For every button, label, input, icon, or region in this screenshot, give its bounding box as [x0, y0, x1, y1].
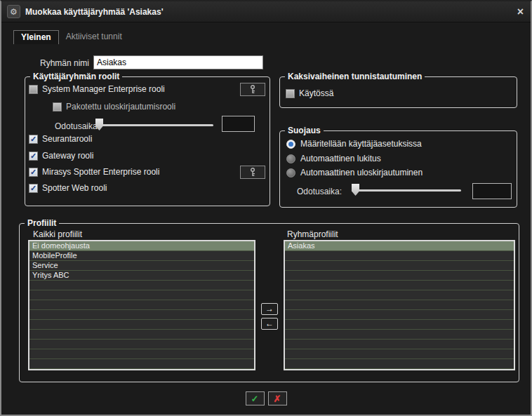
profiles-groupbox: Profiilit Kaikki profiilit Ryhmäprofiili…: [19, 223, 519, 382]
list-item-empty: [29, 349, 254, 359]
list-item-empty: [29, 310, 254, 320]
protection-timeout-label: Odotusaika:: [297, 187, 342, 196]
close-icon[interactable]: ×: [517, 1, 524, 22]
titlebar[interactable]: ⚙ Muokkaa käyttäjäryhmää 'Asiakas' ×: [1, 1, 531, 22]
spotter-password-button[interactable]: [240, 166, 265, 179]
tab-bar: Yleinen Aktiiviset tunnit: [13, 30, 129, 44]
list-item[interactable]: Ei domeohjausta: [29, 241, 254, 251]
slider-track[interactable]: [352, 189, 461, 192]
roles-timeout-slider[interactable]: [95, 119, 213, 131]
group-name-label: Ryhmän nimi: [36, 58, 89, 68]
checkbox-row-spotter-web: ✓ Spotter Web rooli: [29, 183, 107, 193]
group-name-input[interactable]: [93, 55, 263, 69]
checkbox-row-monitoring: ✓ Seurantarooli: [29, 134, 92, 144]
x-icon: ✗: [274, 394, 281, 404]
system-manager-label: System Manager Enterprise rooli: [42, 84, 165, 94]
checkbox-row-forced-logout: Pakotettu uloskirjautumisrooli: [53, 102, 175, 112]
gear-icon: ⚙: [7, 5, 20, 18]
spotter-checkbox[interactable]: ✓: [29, 168, 38, 177]
list-item-empty: [285, 251, 514, 261]
footer-buttons: ✓ ✗: [1, 391, 531, 405]
slider-track[interactable]: [95, 124, 213, 126]
user-settings-radio[interactable]: [286, 140, 295, 149]
forced-logout-checkbox[interactable]: [53, 102, 62, 112]
list-item-empty: [29, 290, 254, 300]
all-profiles-label: Kaikki profiilit: [33, 229, 82, 239]
group-profiles-label: Ryhmäprofiilit: [287, 229, 338, 239]
spotter-web-checkbox[interactable]: ✓: [29, 184, 38, 193]
two-factor-enabled-label: Käytössä: [299, 88, 333, 98]
spotter-label: Mirasys Spotter Enterprise rooli: [42, 167, 159, 177]
key-icon: [249, 85, 256, 94]
list-item-empty: [29, 300, 254, 310]
cancel-button[interactable]: ✗: [268, 391, 287, 405]
roles-timeout-label: Odotusaika:: [39, 121, 100, 131]
list-item-empty: [285, 340, 514, 349]
two-factor-groupbox: Kaksivaiheinen tunnistautuminen Käytössä: [279, 76, 517, 108]
system-manager-password-button[interactable]: [240, 83, 265, 96]
ok-button[interactable]: ✓: [246, 391, 265, 405]
list-item-empty: [285, 359, 514, 369]
two-factor-enabled-checkbox[interactable]: [286, 89, 295, 98]
checkbox-row-gateway: ✓ Gateway rooli: [29, 151, 93, 161]
list-item-empty: [285, 290, 514, 300]
edit-user-group-dialog: ⚙ Muokkaa käyttäjäryhmää 'Asiakas' × Yle…: [0, 0, 532, 416]
list-item[interactable]: Service: [29, 261, 254, 271]
list-item-empty: [285, 281, 514, 290]
protection-groupbox: Suojaus Määritellään käyttäjäasetuksissa…: [279, 130, 517, 208]
roles-timeout-input[interactable]: [222, 116, 255, 132]
auto-logout-label: Automaattinen uloskirjautuminen: [300, 168, 423, 177]
move-left-button[interactable]: ←: [261, 318, 278, 330]
slider-thumb[interactable]: [352, 184, 359, 196]
list-item-empty: [29, 340, 254, 349]
tab-yleinen[interactable]: Yleinen: [13, 30, 59, 44]
roles-legend: Käyttäjäryhmän roolit: [30, 72, 122, 82]
check-icon: ✓: [251, 394, 259, 404]
list-item[interactable]: MobileProfile: [29, 251, 254, 261]
list-item-empty: [29, 320, 254, 330]
checkbox-row-system-manager: System Manager Enterprise rooli: [29, 84, 165, 94]
gear-glyph: ⚙: [10, 7, 18, 17]
slider-thumb[interactable]: [95, 119, 103, 130]
tab-aktiiviset-tunnit[interactable]: Aktiiviset tunnit: [59, 30, 129, 44]
protection-legend: Suojaus: [285, 126, 324, 136]
list-item-empty: [29, 359, 254, 369]
list-item[interactable]: Asiakas: [285, 241, 514, 251]
protection-timeout-slider[interactable]: [352, 184, 461, 196]
all-profiles-list: Ei domeohjausta MobileProfile Service Yr…: [28, 240, 255, 370]
profiles-legend: Profiilit: [25, 218, 59, 229]
list-item-empty: [285, 320, 514, 330]
radio-row-auto-logout: Automaattinen uloskirjautuminen: [286, 168, 423, 177]
group-profiles-list: Asiakas: [284, 240, 515, 370]
monitoring-checkbox[interactable]: ✓: [29, 135, 38, 144]
auto-logout-radio[interactable]: [286, 168, 295, 177]
window-title: Muokkaa käyttäjäryhmää 'Asiakas': [25, 1, 163, 22]
list-item-empty: [285, 271, 514, 281]
list-item[interactable]: Yritys ABC: [29, 271, 254, 281]
list-item-empty: [285, 261, 514, 271]
list-item-empty: [285, 310, 514, 320]
monitoring-label: Seurantarooli: [42, 134, 92, 144]
move-right-button[interactable]: →: [261, 303, 278, 315]
list-item-empty: [285, 300, 514, 310]
checkbox-row-two-factor-enabled: Käytössä: [286, 88, 333, 98]
forced-logout-label: Pakotettu uloskirjautumisrooli: [66, 102, 175, 112]
key-icon: [249, 168, 256, 177]
gateway-label: Gateway rooli: [42, 151, 93, 161]
arrow-right-icon: →: [265, 304, 274, 314]
list-item-empty: [29, 330, 254, 340]
radio-row-user-settings: Määritellään käyttäjäasetuksissa: [286, 139, 422, 149]
roles-groupbox: Käyttäjäryhmän roolit System Manager Ent…: [25, 76, 270, 206]
auto-lock-label: Automaattinen lukitus: [300, 154, 381, 163]
protection-timeout-input[interactable]: [472, 183, 512, 199]
gateway-checkbox[interactable]: ✓: [29, 152, 38, 161]
spotter-web-label: Spotter Web rooli: [42, 183, 107, 193]
auto-lock-radio[interactable]: [286, 154, 295, 163]
checkbox-row-spotter: ✓ Mirasys Spotter Enterprise rooli: [29, 167, 159, 177]
list-item-empty: [285, 330, 514, 340]
list-item-empty: [285, 349, 514, 359]
system-manager-checkbox[interactable]: [29, 85, 38, 94]
radio-row-auto-lock: Automaattinen lukitus: [286, 154, 381, 163]
two-factor-legend: Kaksivaiheinen tunnistautuminen: [285, 72, 425, 82]
user-settings-label: Määritellään käyttäjäasetuksissa: [300, 139, 422, 149]
